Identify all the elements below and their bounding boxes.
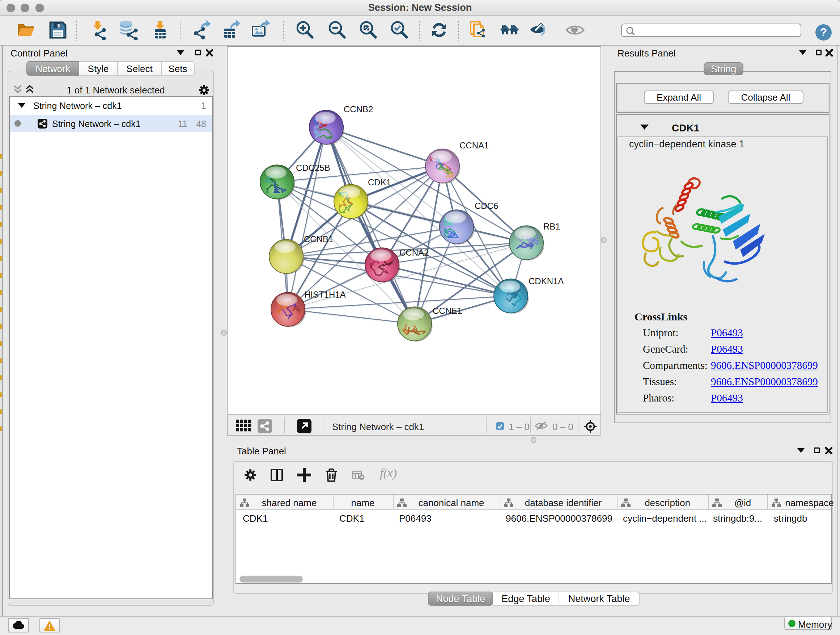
svg-text:HIST1H1A: HIST1H1A	[304, 290, 346, 299]
svg-text:CCNB2: CCNB2	[344, 104, 373, 114]
svg-text:RB1: RB1	[543, 222, 561, 231]
svg-text:CCNB1: CCNB1	[304, 234, 333, 244]
svg-text:CDC25B: CDC25B	[296, 163, 330, 173]
svg-text:CCNA1: CCNA1	[459, 141, 489, 150]
svg-text:CDC6: CDC6	[475, 201, 498, 211]
svg-text:CCNA2: CCNA2	[399, 248, 429, 257]
svg-text:CCNE1: CCNE1	[433, 306, 462, 316]
svg-text:CDKN1A: CDKN1A	[529, 276, 564, 286]
svg-text:CDK1: CDK1	[368, 177, 391, 187]
